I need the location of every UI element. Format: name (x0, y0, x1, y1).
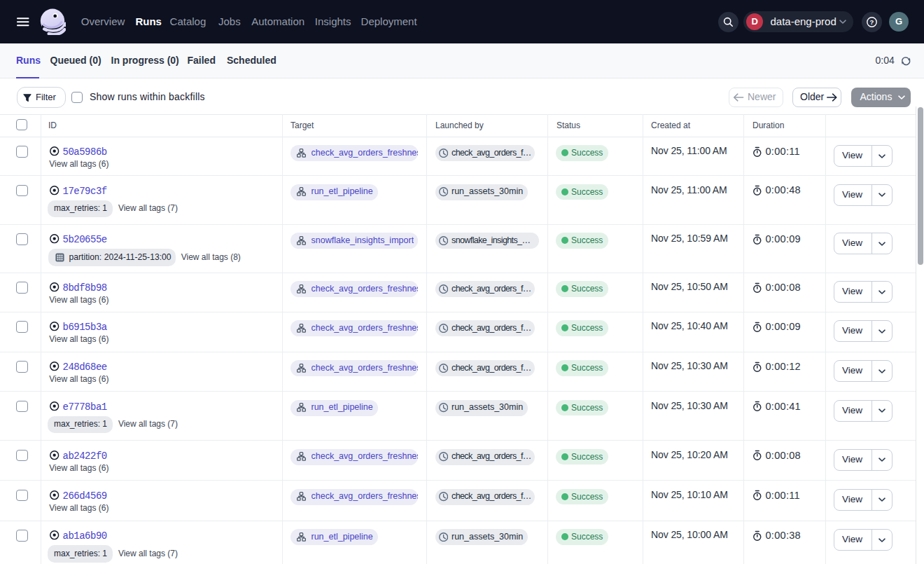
svg-text:?: ? (869, 18, 874, 25)
